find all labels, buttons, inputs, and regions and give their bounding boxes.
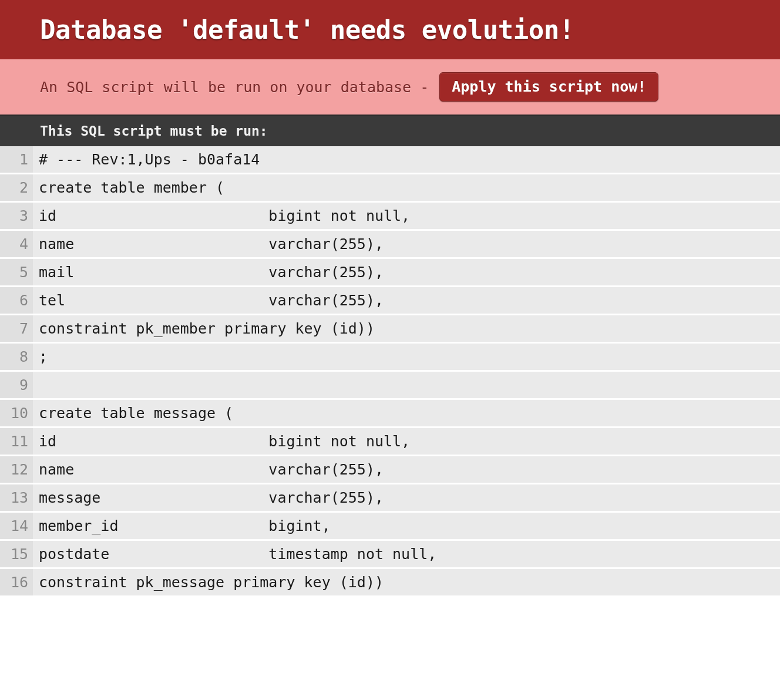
line-number: 11 — [0, 428, 33, 456]
code-line: mail varchar(255), — [33, 259, 780, 287]
code-line: id bigint not null, — [33, 203, 780, 231]
line-number: 5 — [0, 259, 33, 287]
code-line: member_id bigint, — [33, 513, 780, 541]
action-bar: An SQL script will be run on your databa… — [0, 59, 780, 115]
code-line — [33, 372, 780, 400]
code-line: constraint pk_member primary key (id)) — [33, 315, 780, 344]
code-line: name varchar(255), — [33, 456, 780, 484]
code-line: ; — [33, 344, 780, 372]
line-number: 7 — [0, 315, 33, 344]
line-number: 15 — [0, 541, 33, 569]
line-number: 3 — [0, 203, 33, 231]
page-title: Database 'default' needs evolution! — [0, 0, 780, 59]
line-number: 8 — [0, 344, 33, 372]
code-line: constraint pk_message primary key (id)) — [33, 569, 780, 597]
line-number: 13 — [0, 484, 33, 513]
code-line: create table member ( — [33, 174, 780, 203]
code-line: name varchar(255), — [33, 231, 780, 259]
action-prompt: An SQL script will be run on your databa… — [40, 79, 429, 96]
line-number: 1 — [0, 146, 33, 174]
code-line: message varchar(255), — [33, 484, 780, 513]
line-number: 12 — [0, 456, 33, 484]
code-line: postdate timestamp not null, — [33, 541, 780, 569]
code-line: id bigint not null, — [33, 428, 780, 456]
line-number: 6 — [0, 287, 33, 315]
apply-script-button[interactable]: Apply this script now! — [439, 72, 658, 102]
code-line: # --- Rev:1,Ups - b0afa14 — [33, 146, 780, 174]
code-line: create table message ( — [33, 400, 780, 428]
line-number: 16 — [0, 569, 33, 597]
line-number: 10 — [0, 400, 33, 428]
line-number: 14 — [0, 513, 33, 541]
code-lines: # --- Rev:1,Ups - b0afa14create table me… — [33, 146, 780, 597]
script-section-heading: This SQL script must be run: — [0, 115, 780, 146]
line-number: 4 — [0, 231, 33, 259]
line-number: 2 — [0, 174, 33, 203]
line-number-gutter: 12345678910111213141516 — [0, 146, 33, 597]
sql-code-block: 12345678910111213141516 # --- Rev:1,Ups … — [0, 146, 780, 597]
line-number: 9 — [0, 372, 33, 400]
code-line: tel varchar(255), — [33, 287, 780, 315]
